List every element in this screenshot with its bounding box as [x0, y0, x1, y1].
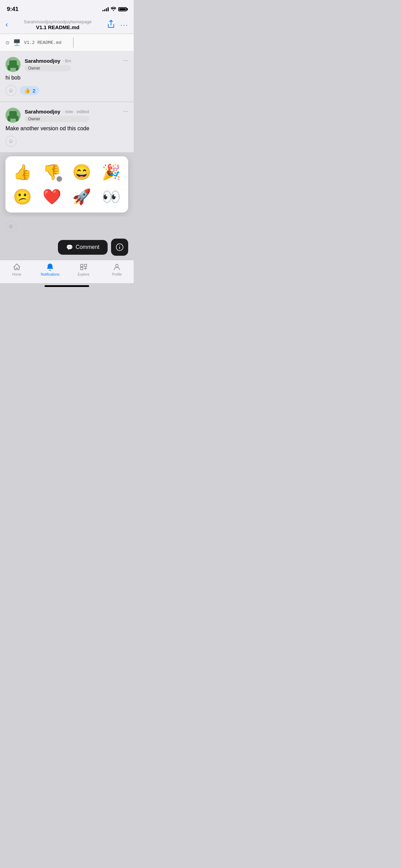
emoji-rocket[interactable]: 🚀: [72, 188, 91, 206]
bottom-toolbar: 💬 Comment: [0, 236, 134, 260]
status-icons: [102, 7, 127, 12]
comment-author-line-2: Sarahmoodjoy · now · edited: [25, 109, 89, 114]
back-button[interactable]: ‹: [5, 20, 8, 29]
tab-notifications[interactable]: Notifications: [38, 263, 62, 276]
comment-author-1: Sarahmoodjoy: [25, 58, 60, 64]
comment-header-left-1: Sarahmoodjoy · 6m Owner: [5, 57, 71, 72]
commit-message: V1.2 README.md: [24, 40, 61, 45]
svg-rect-3: [81, 264, 83, 267]
emoji-confused[interactable]: 😕: [13, 188, 32, 206]
nav-bar: ‹ Sarahmoodjoy/moodjoyhomepage V1.1 READ…: [0, 16, 134, 34]
emoji-picker: 👍 👎 😄 🎉 😕 ❤️ 🚀 👀: [5, 156, 128, 213]
nav-repo: Sarahmoodjoy/moodjoyhomepage: [24, 19, 92, 24]
commit-dot-icon: ⊙: [5, 40, 10, 45]
comment-meta-2: Sarahmoodjoy · now · edited Owner: [25, 109, 89, 122]
comment-more-button-1[interactable]: ···: [123, 57, 128, 64]
comment-author-2: Sarahmoodjoy: [25, 109, 60, 114]
battery-icon: [118, 7, 127, 11]
nav-title: V1.1 README.md: [24, 24, 92, 30]
more-button[interactable]: ···: [120, 21, 128, 29]
emoji-thumbsdown[interactable]: 👎: [42, 163, 61, 181]
reaction-pill-thumbsup-1[interactable]: 👍 2: [20, 86, 39, 95]
tab-notifications-label: Notifications: [41, 273, 59, 276]
tab-bar: Home Notifications Explore Profile: [0, 260, 134, 283]
bell-icon: [46, 263, 54, 271]
comment-icon: 💬: [66, 244, 73, 251]
add-reaction-button-1[interactable]: ☺: [5, 85, 16, 96]
comment-header-2: Sarahmoodjoy · now · edited Owner ···: [5, 108, 128, 123]
home-icon: [13, 263, 21, 271]
explore-icon: [80, 263, 88, 271]
robot-icon: 🖥️: [13, 39, 21, 46]
comment-more-button-2[interactable]: ···: [123, 108, 128, 115]
reaction-row-1: ☺ 👍 2: [5, 85, 128, 96]
emoji-grin[interactable]: 😄: [72, 163, 91, 181]
emoji-heart[interactable]: ❤️: [42, 188, 61, 206]
add-reaction-button-3[interactable]: ☺: [5, 221, 16, 232]
nav-actions: ···: [107, 20, 128, 30]
tab-profile[interactable]: Profile: [105, 263, 129, 276]
svg-point-6: [116, 264, 118, 267]
commit-bar: ⊙ 🖥️ V1.2 README.md: [0, 34, 134, 51]
reaction-emoji-1: 👍: [24, 87, 31, 94]
emoji-thumbsup[interactable]: 👍: [13, 163, 32, 181]
commit-divider: [73, 37, 74, 48]
status-bar: 9:41: [0, 0, 134, 16]
owner-badge-2: Owner: [25, 116, 89, 122]
info-button[interactable]: [111, 239, 128, 256]
emoji-party[interactable]: 🎉: [102, 163, 121, 181]
comment-header-left-2: Sarahmoodjoy · now · edited Owner: [5, 108, 89, 123]
svg-rect-2: [119, 247, 120, 249]
comment-time-2: · now · edited: [62, 109, 89, 114]
comment-meta-1: Sarahmoodjoy · 6m Owner: [25, 58, 71, 71]
status-time: 9:41: [7, 6, 19, 13]
home-indicator: [45, 285, 89, 287]
signal-icon: [102, 7, 109, 11]
avatar-2: [5, 108, 21, 123]
reaction-row-2: ☺: [5, 136, 128, 147]
comment-button[interactable]: 💬 Comment: [58, 240, 108, 255]
comment-author-line-1: Sarahmoodjoy · 6m: [25, 58, 71, 64]
selected-indicator: [57, 176, 62, 182]
tab-explore-label: Explore: [78, 273, 89, 276]
emoji-eyes[interactable]: 👀: [102, 188, 121, 206]
share-button[interactable]: [107, 20, 115, 30]
tab-home[interactable]: Home: [5, 263, 29, 276]
comment-header-1: Sarahmoodjoy · 6m Owner ···: [5, 57, 128, 72]
avatar-1: [5, 57, 21, 72]
comment-body-1: hi bob: [5, 75, 128, 81]
tab-home-label: Home: [12, 273, 21, 276]
comment-body-2: Make another version od this code: [5, 125, 128, 132]
reaction-count-1: 2: [33, 88, 35, 94]
bottom-reaction-area: ☺: [0, 217, 134, 236]
svg-point-1: [119, 245, 120, 246]
owner-badge-1: Owner: [25, 65, 71, 71]
emoji-grid: 👍 👎 😄 🎉 😕 ❤️ 🚀 👀: [11, 163, 123, 206]
comment-card-1: Sarahmoodjoy · 6m Owner ··· hi bob ☺ 👍 2: [0, 51, 134, 101]
wifi-icon: [111, 7, 116, 12]
tab-profile-label: Profile: [112, 273, 122, 276]
svg-rect-4: [84, 264, 87, 267]
add-reaction-button-2[interactable]: ☺: [5, 136, 16, 147]
tab-explore[interactable]: Explore: [72, 263, 96, 276]
comment-time-1: · 6m: [62, 58, 71, 63]
comment-card-2: Sarahmoodjoy · now · edited Owner ··· Ma…: [0, 102, 134, 152]
svg-rect-5: [81, 267, 83, 270]
comment-label: Comment: [76, 244, 99, 250]
profile-icon: [113, 263, 121, 271]
nav-center: Sarahmoodjoy/moodjoyhomepage V1.1 README…: [24, 19, 92, 30]
